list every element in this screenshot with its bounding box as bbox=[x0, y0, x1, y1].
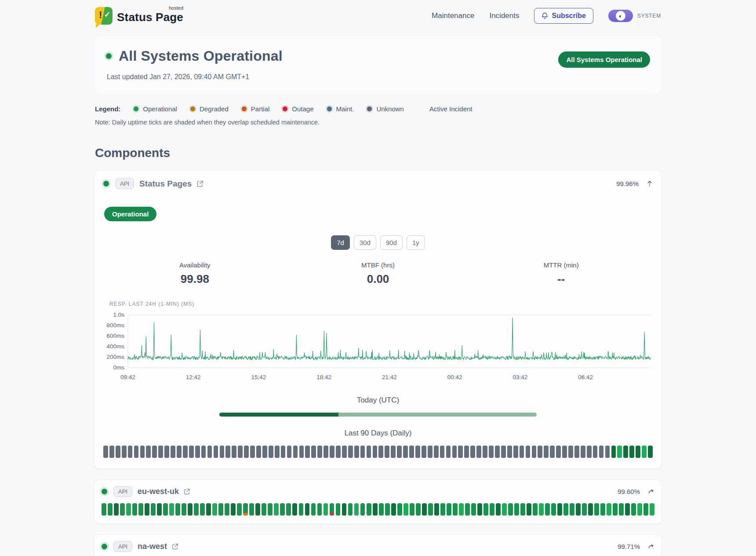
uptime-tick[interactable] bbox=[605, 446, 610, 458]
uptime-tick[interactable] bbox=[446, 446, 451, 458]
uptime-tick[interactable] bbox=[532, 446, 537, 458]
uptime-tick[interactable] bbox=[275, 446, 280, 458]
uptime-tick[interactable] bbox=[556, 446, 561, 458]
uptime-tick[interactable] bbox=[189, 446, 194, 458]
uptime-tick[interactable] bbox=[593, 446, 598, 458]
uptime-tick[interactable] bbox=[514, 503, 519, 516]
uptime-tick[interactable] bbox=[299, 503, 304, 516]
uptime-tick[interactable] bbox=[342, 503, 347, 516]
uptime-tick[interactable] bbox=[317, 446, 322, 458]
uptime-tick[interactable] bbox=[397, 503, 402, 516]
uptime-tick[interactable] bbox=[391, 503, 396, 516]
uptime-tick[interactable] bbox=[342, 446, 347, 458]
uptime-tick[interactable] bbox=[458, 446, 463, 458]
uptime-tick[interactable] bbox=[348, 503, 353, 516]
uptime-tick[interactable] bbox=[483, 446, 487, 458]
uptime-tick[interactable] bbox=[175, 503, 180, 516]
uptime-tick[interactable] bbox=[385, 446, 389, 458]
uptime-tick[interactable] bbox=[483, 503, 488, 516]
uptime-tick[interactable] bbox=[422, 446, 426, 458]
uptime-tick[interactable] bbox=[126, 503, 131, 516]
uptime-tick[interactable] bbox=[397, 446, 402, 458]
uptime-tick[interactable] bbox=[182, 503, 186, 516]
uptime-tick[interactable] bbox=[287, 446, 292, 458]
uptime-tick[interactable] bbox=[563, 503, 568, 516]
uptime-tick[interactable] bbox=[255, 503, 260, 516]
uptime-tick[interactable] bbox=[323, 503, 328, 516]
uptime-tick[interactable] bbox=[403, 446, 408, 458]
uptime-tick[interactable] bbox=[194, 503, 199, 516]
uptime-tick[interactable] bbox=[243, 503, 248, 516]
uptime-tick[interactable] bbox=[249, 503, 254, 516]
uptime-tick[interactable] bbox=[613, 503, 618, 516]
uptime-tick[interactable] bbox=[231, 503, 236, 516]
uptime-tick[interactable] bbox=[434, 446, 439, 458]
uptime-tick[interactable] bbox=[551, 503, 556, 516]
uptime-tick[interactable] bbox=[169, 503, 174, 516]
uptime-tick[interactable] bbox=[212, 503, 217, 516]
uptime-tick[interactable] bbox=[108, 503, 113, 516]
uptime-tick[interactable] bbox=[415, 446, 420, 458]
uptime-tick[interactable] bbox=[207, 446, 212, 458]
uptime-tick[interactable] bbox=[642, 446, 647, 458]
uptime-tick[interactable] bbox=[465, 503, 470, 516]
uptime-tick[interactable] bbox=[447, 503, 451, 516]
uptime-tick[interactable] bbox=[311, 446, 316, 458]
uptime-tick[interactable] bbox=[354, 503, 359, 516]
uptime-tick[interactable] bbox=[544, 446, 549, 458]
uptime-tick[interactable] bbox=[502, 503, 507, 516]
uptime-tick[interactable] bbox=[539, 503, 544, 516]
uptime-tick[interactable] bbox=[195, 446, 200, 458]
uptime-tick[interactable] bbox=[373, 446, 378, 458]
uptime-tick[interactable] bbox=[495, 446, 500, 458]
uptime-tick[interactable] bbox=[330, 446, 334, 458]
uptime-tick[interactable] bbox=[232, 446, 236, 458]
uptime-tick[interactable] bbox=[128, 446, 133, 458]
uptime-tick[interactable] bbox=[238, 446, 243, 458]
uptime-tick[interactable] bbox=[292, 503, 297, 516]
theme-toggle[interactable]: ◐ bbox=[608, 10, 633, 22]
uptime-tick[interactable] bbox=[132, 503, 137, 516]
uptime-tick[interactable] bbox=[188, 503, 193, 516]
uptime-tick[interactable] bbox=[145, 503, 149, 516]
external-link-icon[interactable] bbox=[171, 543, 179, 550]
uptime-tick[interactable] bbox=[146, 446, 151, 458]
uptime-tick[interactable] bbox=[378, 446, 383, 458]
uptime-tick[interactable] bbox=[416, 503, 421, 516]
uptime-tick[interactable] bbox=[477, 503, 482, 516]
uptime-tick[interactable] bbox=[122, 446, 127, 458]
uptime-tick[interactable] bbox=[600, 503, 605, 516]
uptime-tick[interactable] bbox=[513, 446, 518, 458]
uptime-tick[interactable] bbox=[354, 446, 359, 458]
uptime-tick[interactable] bbox=[367, 446, 371, 458]
uptime-tick[interactable] bbox=[274, 503, 279, 516]
uptime-tick[interactable] bbox=[220, 446, 225, 458]
uptime-tick[interactable] bbox=[214, 446, 218, 458]
expand-arrow-icon[interactable] bbox=[648, 489, 654, 494]
uptime-tick[interactable] bbox=[348, 446, 353, 458]
uptime-tick[interactable] bbox=[599, 446, 604, 458]
uptime-tick[interactable] bbox=[140, 446, 145, 458]
uptime-tick[interactable] bbox=[102, 503, 106, 516]
uptime-tick[interactable] bbox=[323, 446, 328, 458]
uptime-tick[interactable] bbox=[158, 446, 163, 458]
uptime-tick[interactable] bbox=[157, 503, 162, 516]
uptime-tick[interactable] bbox=[507, 446, 512, 458]
uptime-tick[interactable] bbox=[164, 446, 169, 458]
uptime-tick[interactable] bbox=[576, 503, 581, 516]
uptime-tick[interactable] bbox=[200, 503, 205, 516]
uptime-tick[interactable] bbox=[385, 503, 390, 516]
external-link-icon[interactable] bbox=[196, 180, 204, 188]
uptime-tick[interactable] bbox=[237, 503, 242, 516]
uptime-tick[interactable] bbox=[391, 446, 396, 458]
range-button-90d[interactable]: 90d bbox=[380, 235, 403, 250]
uptime-tick[interactable] bbox=[250, 446, 255, 458]
uptime-tick[interactable] bbox=[625, 503, 630, 516]
uptime-tick[interactable] bbox=[422, 503, 427, 516]
uptime-tick[interactable] bbox=[501, 446, 506, 458]
uptime-tick[interactable] bbox=[496, 503, 501, 516]
uptime-tick[interactable] bbox=[490, 503, 494, 516]
uptime-tick[interactable] bbox=[317, 503, 322, 516]
uptime-tick[interactable] bbox=[428, 503, 433, 516]
uptime-tick[interactable] bbox=[545, 503, 550, 516]
